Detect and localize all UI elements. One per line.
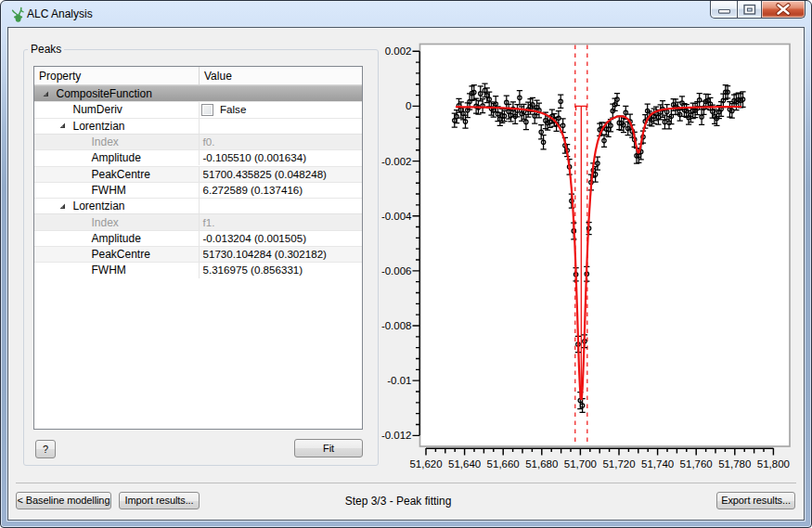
svg-text:-0.01: -0.01 (387, 375, 411, 386)
svg-text:-0.006: -0.006 (381, 265, 412, 277)
svg-text:51,680: 51,680 (525, 458, 558, 470)
svg-text:-0.002: -0.002 (381, 156, 412, 167)
svg-text:0: 0 (406, 100, 411, 111)
svg-text:51,720: 51,720 (602, 458, 635, 470)
svg-text:51,620: 51,620 (409, 458, 442, 470)
svg-text:51,780: 51,780 (718, 458, 751, 470)
svg-text:51,700: 51,700 (564, 458, 597, 470)
svg-text:51,800: 51,800 (757, 458, 790, 470)
svg-text:-0.008: -0.008 (381, 320, 412, 331)
svg-text:-0.004: -0.004 (381, 211, 412, 222)
svg-text:51,760: 51,760 (680, 458, 713, 470)
svg-text:0.002: 0.002 (385, 45, 412, 57)
svg-text:51,640: 51,640 (448, 458, 481, 470)
svg-text:51,660: 51,660 (487, 458, 520, 470)
svg-text:51,740: 51,740 (641, 458, 674, 470)
svg-text:-0.012: -0.012 (381, 430, 412, 441)
